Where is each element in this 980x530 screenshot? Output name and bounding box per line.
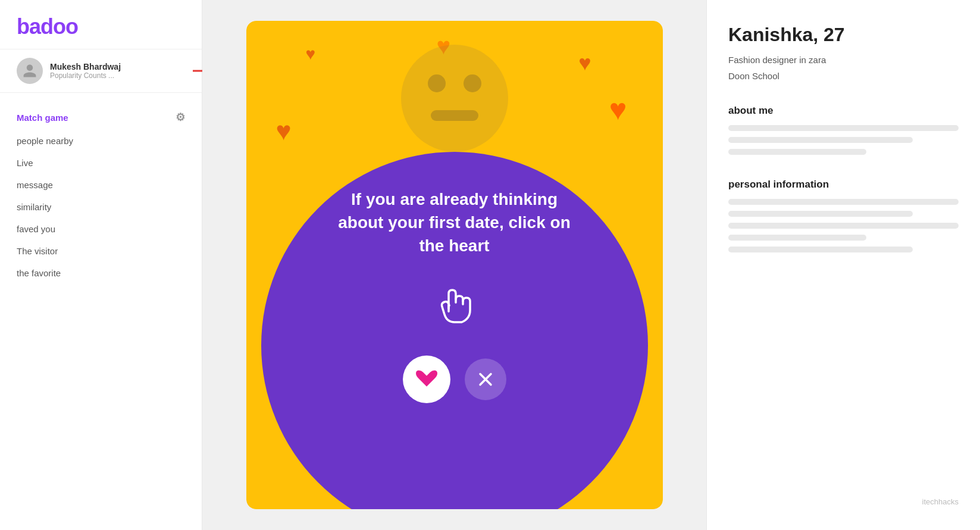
- nav-label-the-favorite: the favorite: [17, 268, 61, 278]
- user-name: Mukesh Bhardwaj: [50, 62, 185, 71]
- watermark: itechhacks: [728, 473, 959, 506]
- action-buttons: [403, 356, 506, 403]
- hand-pointer-icon: [428, 276, 481, 329]
- personal-info-line-2: [728, 211, 913, 217]
- about-me-line-2: [728, 137, 913, 143]
- sidebar-item-message[interactable]: message: [0, 174, 202, 196]
- heart-decoration-1: ♥: [306, 45, 316, 64]
- sidebar-item-live[interactable]: Live: [0, 152, 202, 174]
- profile-school: Doon School: [728, 71, 959, 81]
- personal-info-line-5: [728, 247, 913, 252]
- match-card: ♥ ♥ ♥ ♥ ♥ If you are already thinking ab…: [246, 21, 663, 509]
- profile-job: Fashion designer in zara: [728, 53, 959, 67]
- sidebar-item-the-favorite[interactable]: the favorite: [0, 262, 202, 284]
- x-icon: [477, 370, 494, 388]
- nav-label-live: Live: [17, 158, 33, 168]
- main-content: ♥ ♥ ♥ ♥ ♥ If you are already thinking ab…: [202, 0, 980, 530]
- sidebar-item-the-visitor[interactable]: The visitor: [0, 240, 202, 262]
- personal-info-section: personal information: [728, 173, 959, 258]
- personal-info-line-4: [728, 235, 866, 241]
- svg-point-4: [464, 74, 481, 92]
- profile-panel: Kanishka, 27 Fashion designer in zara Do…: [706, 0, 980, 530]
- sidebar: badoo Mukesh Bhardwaj Popularity Counts …: [0, 0, 202, 530]
- personal-info-line-1: [728, 199, 959, 205]
- about-me-line-1: [728, 125, 959, 131]
- sidebar-item-people-nearby[interactable]: people nearby: [0, 130, 202, 152]
- app-logo: badoo: [17, 14, 78, 39]
- filter-icon[interactable]: ⚙: [176, 111, 185, 124]
- overlay-text: If you are already thinking about your f…: [330, 188, 580, 258]
- heart-icon: [416, 370, 437, 389]
- personal-info-line-3: [728, 223, 959, 229]
- nav-label-people-nearby: people nearby: [17, 136, 73, 146]
- about-me-line-3: [728, 149, 866, 155]
- svg-rect-5: [431, 110, 478, 121]
- user-profile-section[interactable]: Mukesh Bhardwaj Popularity Counts ...: [0, 49, 202, 93]
- logo-area: badoo: [0, 0, 202, 49]
- sidebar-item-similarity[interactable]: similarity: [0, 196, 202, 218]
- sidebar-item-faved-you[interactable]: faved you: [0, 218, 202, 240]
- hand-icon-container: [428, 276, 481, 332]
- like-button[interactable]: [403, 356, 450, 403]
- personal-info-title: personal information: [728, 179, 959, 191]
- profile-name: Kanishka, 27: [728, 24, 959, 46]
- nav-label-the-visitor: The visitor: [17, 246, 58, 256]
- nav-menu: Match game ⚙ people nearby Live message …: [0, 93, 202, 530]
- card-area: ♥ ♥ ♥ ♥ ♥ If you are already thinking ab…: [202, 0, 706, 530]
- pass-button[interactable]: [465, 358, 506, 400]
- svg-point-3: [428, 74, 446, 92]
- user-subtitle: Popularity Counts ...: [50, 71, 185, 80]
- nav-label-match-game: Match game: [17, 113, 68, 123]
- about-me-title: about me: [728, 105, 959, 117]
- heart-decoration-5: ♥: [276, 116, 292, 146]
- nav-label-similarity: similarity: [17, 202, 51, 212]
- avatar: [17, 58, 43, 84]
- user-info: Mukesh Bhardwaj Popularity Counts ...: [50, 62, 185, 80]
- nav-label-message: message: [17, 180, 53, 190]
- svg-point-2: [401, 45, 508, 152]
- sidebar-item-match-game[interactable]: Match game ⚙: [0, 105, 202, 130]
- emoji-face-area: [389, 39, 520, 158]
- heart-decoration-4: ♥: [609, 92, 627, 127]
- heart-decoration-3: ♥: [578, 51, 591, 76]
- nav-label-faved-you: faved you: [17, 224, 55, 234]
